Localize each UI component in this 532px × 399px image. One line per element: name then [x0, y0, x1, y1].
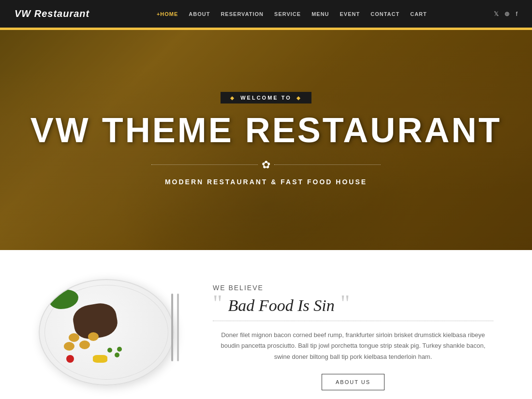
about-divider-line [213, 321, 493, 321]
about-us-button[interactable]: ABOUT US [322, 374, 384, 390]
about-food-image [39, 279, 184, 395]
nav-cart[interactable]: CART [410, 11, 427, 17]
divider-line-right [274, 164, 381, 165]
food-plate [39, 279, 174, 385]
hero-divider: ✿ [30, 159, 502, 171]
diamond-left-icon: ◆ [230, 95, 236, 101]
food-potato-1 [69, 333, 79, 342]
diamond-right-icon: ◆ [296, 95, 302, 101]
navbar: VW Restaurant +HOME ABOUT RESERVATION SE… [0, 0, 532, 28]
food-corn [93, 355, 107, 363]
food-pea-2 [115, 353, 119, 357]
about-body-text: Doner filet mignon bacon corned beef rum… [213, 330, 493, 362]
welcome-text: WELCOME TO [240, 95, 292, 101]
food-pea-3 [117, 347, 122, 352]
food-tomato [66, 355, 74, 363]
close-quote-icon: " [340, 292, 350, 315]
food-greens [49, 290, 78, 309]
pinterest-icon[interactable]: ⊕ [504, 10, 510, 17]
we-believe-label: WE BELIEVE [213, 284, 493, 292]
quote-text: Bad Food Is Sin [228, 296, 335, 315]
nav-menu[interactable]: MENU [311, 11, 329, 17]
hero-content: ◆ WELCOME TO ◆ VW THEME RESTAURANT ✿ MOD… [30, 92, 502, 185]
nav-links: +HOME ABOUT RESERVATION SERVICE MENU EVE… [157, 11, 427, 17]
welcome-badge: ◆ WELCOME TO ◆ [221, 92, 311, 103]
hero-title: VW THEME RESTAURANT [30, 111, 502, 149]
food-potato-4 [64, 342, 74, 351]
food-potato-3 [88, 332, 99, 341]
divider-line-left [151, 164, 258, 165]
social-links: 𝕏 ⊕ f [494, 10, 517, 17]
hero-subtitle: MODERN RESTAURANT & FAST FOOD HOUSE [30, 178, 502, 186]
quote-wrapper: " Bad Food Is Sin " [213, 296, 493, 315]
twitter-icon[interactable]: 𝕏 [494, 10, 499, 17]
knife-icon [177, 294, 179, 361]
facebook-icon[interactable]: f [516, 10, 517, 17]
hero-top-bar [0, 28, 532, 30]
nav-about[interactable]: ABOUT [189, 11, 210, 17]
about-section: WE BELIEVE " Bad Food Is Sin " Doner fil… [0, 250, 532, 399]
nav-event[interactable]: EVENT [340, 11, 360, 17]
divider-snowflake-icon: ✿ [262, 159, 270, 171]
nav-contact[interactable]: CONTACT [370, 11, 399, 17]
food-potato-2 [79, 340, 90, 349]
brand-logo[interactable]: VW Restaurant [15, 8, 89, 19]
food-pea-1 [107, 348, 112, 353]
open-quote-icon: " [213, 292, 222, 315]
about-text: WE BELIEVE " Bad Food Is Sin " Doner fil… [213, 284, 493, 390]
fork-knife [171, 294, 179, 361]
nav-reservation[interactable]: RESERVATION [221, 11, 264, 17]
fork-icon [171, 294, 173, 361]
hero-section: ◆ WELCOME TO ◆ VW THEME RESTAURANT ✿ MOD… [0, 28, 532, 250]
nav-home[interactable]: +HOME [157, 11, 178, 17]
nav-service[interactable]: SERVICE [274, 11, 301, 17]
